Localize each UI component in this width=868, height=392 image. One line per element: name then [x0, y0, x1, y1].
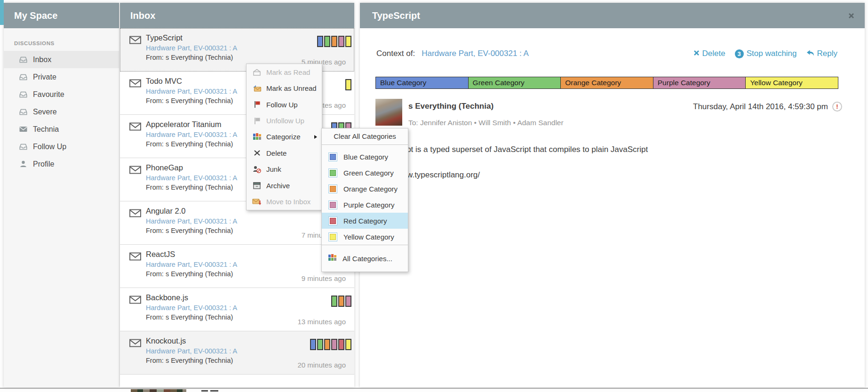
- submenu-item-green-category[interactable]: Green Category: [322, 165, 408, 181]
- tray-icon: [19, 56, 27, 63]
- action-reply[interactable]: Reply: [806, 49, 837, 58]
- action-delete[interactable]: Delete: [693, 49, 725, 58]
- category-banner-green[interactable]: Green Category: [469, 77, 561, 88]
- submenu-item-orange-category[interactable]: Orange Category: [322, 181, 408, 197]
- sidebar-item-label: Follow Up: [33, 143, 66, 151]
- message-context-link[interactable]: Hardware Part, EV-000321 : A: [146, 44, 237, 52]
- menu-item-delete[interactable]: Delete: [247, 145, 322, 161]
- menu-item-junk[interactable]: Junk: [247, 161, 322, 177]
- message-from: From: s Everything (Technia): [146, 270, 233, 278]
- tray-icon: [19, 143, 27, 150]
- message-context-link[interactable]: Hardware Part, EV-000321 : A: [146, 304, 237, 312]
- menu-item-categorize[interactable]: Categorize: [247, 129, 322, 145]
- follow-up-icon: [252, 101, 262, 108]
- category-banner: Blue CategoryGreen CategoryOrange Catego…: [375, 77, 838, 89]
- reply-icon: [806, 49, 814, 58]
- envelope-filled-icon: [19, 126, 27, 132]
- clear-all-categories-item[interactable]: Clear All Categories: [322, 128, 408, 144]
- menu-item-follow-up[interactable]: Follow Up: [247, 96, 322, 112]
- message-date-text: Thursday, April 14th 2016, 4:59:30 pm: [693, 102, 828, 112]
- sidebar-item-inbox[interactable]: Inbox: [4, 51, 119, 68]
- category-banner-orange[interactable]: Orange Category: [561, 77, 653, 88]
- msg-envelope-icon: [129, 36, 141, 46]
- message-context-link[interactable]: Hardware Part, EV-000321 : A: [146, 88, 237, 95]
- sidebar-item-follow-up[interactable]: Follow Up: [4, 138, 119, 155]
- sidebar-item-label: Favourite: [33, 90, 64, 99]
- background-page-fragment: [0, 0, 4, 25]
- category-chips: [331, 296, 351, 307]
- category-swatch-fill: [330, 218, 336, 224]
- sidebar-title: My Space: [4, 3, 119, 28]
- category-banner-blue[interactable]: Blue Category: [376, 77, 469, 88]
- category-chips: [310, 339, 351, 350]
- sidebar-item-technia[interactable]: Technia: [4, 120, 119, 138]
- message-timestamp: 20 minutes ago: [297, 361, 346, 369]
- message-row-knockout-js[interactable]: Knockout.jsHardware Part, EV-000321 : AF…: [120, 331, 354, 375]
- inbox-panel-title: Inbox: [120, 3, 354, 28]
- submenu-item-red-category[interactable]: Red Category: [322, 213, 408, 229]
- message-from: From: s Everything (Technia): [146, 357, 233, 364]
- submenu-item-yellow-category[interactable]: Yellow Category: [322, 229, 408, 245]
- message-context-link[interactable]: Hardware Part, EV-000321 : A: [146, 131, 237, 138]
- message-context-link[interactable]: Hardware Part, EV-000321 : A: [146, 217, 237, 225]
- submenu-item-label: Red Category: [343, 217, 387, 225]
- message-title: Knockout.js: [146, 336, 186, 345]
- menu-item-label: Unfollow Up: [266, 117, 304, 125]
- menu-item-mark-as-unread[interactable]: Mark as Unread: [247, 80, 322, 96]
- message-row-reactjs[interactable]: ReactJSHardware Part, EV-000321 : AFrom:…: [120, 245, 354, 288]
- category-swatch-red: [328, 216, 337, 225]
- category-swatch-blue: [328, 152, 337, 161]
- message-title: TypeScript: [146, 33, 183, 42]
- category-banner-label: Green Category: [469, 79, 525, 87]
- category-chip-yellow: [345, 79, 351, 90]
- message-title: ReactJS: [146, 250, 175, 259]
- detail-actions: Delete3Stop watchingReply: [693, 49, 837, 58]
- close-icon[interactable]: [848, 3, 854, 28]
- category-swatch-fill: [330, 202, 336, 208]
- sidebar-item-label: Inbox: [33, 56, 51, 64]
- context-object-link[interactable]: Hardware Part, EV-000321 : A: [422, 49, 529, 58]
- category-chip-blue: [310, 339, 316, 350]
- category-chip-green: [317, 339, 323, 350]
- message-timestamp: 13 minutes ago: [297, 318, 346, 326]
- message-row-backbone-js[interactable]: Backbone.jsHardware Part, EV-000321 : AF…: [120, 288, 354, 331]
- count-badge: 3: [735, 49, 744, 58]
- menu-item-label: Mark as Unread: [266, 84, 317, 92]
- category-banner-yellow[interactable]: Yellow Category: [746, 77, 838, 88]
- message-context-link[interactable]: Hardware Part, EV-000321 : A: [146, 347, 237, 355]
- submenu-arrow-icon: [314, 135, 317, 139]
- sidebar-item-favourite[interactable]: Favourite: [4, 86, 119, 103]
- page: My Space DISCUSSIONS InboxPrivateFavouri…: [0, 0, 868, 392]
- submenu-item-purple-category[interactable]: Purple Category: [322, 197, 408, 213]
- menu-item-label: Archive: [266, 182, 290, 190]
- sidebar-item-label: Severe: [33, 108, 57, 116]
- category-swatch-green: [328, 168, 337, 177]
- sidebar-item-private[interactable]: Private: [4, 68, 119, 86]
- category-banner-label: Yellow Category: [746, 79, 802, 87]
- importance-icon: !: [832, 102, 842, 112]
- category-banner-label: Blue Category: [376, 79, 426, 87]
- message-title: Todo MVC: [146, 77, 182, 86]
- sidebar-item-profile[interactable]: Profile: [4, 155, 119, 173]
- submenu-item-label: Blue Category: [343, 153, 388, 161]
- action-label: Stop watching: [747, 49, 797, 58]
- menu-item-archive[interactable]: Archive: [247, 177, 322, 193]
- all-categories-item[interactable]: All Categories...: [322, 245, 408, 272]
- action-stop-watching[interactable]: 3Stop watching: [735, 49, 797, 58]
- categorize-icon: [252, 133, 262, 140]
- category-chips: [345, 79, 351, 90]
- message-context-link[interactable]: Hardware Part, EV-000321 : A: [146, 261, 237, 268]
- partial-text-fragment: [210, 390, 218, 392]
- category-banner-purple[interactable]: Purple Category: [653, 77, 746, 88]
- sidebar-item-severe[interactable]: Severe: [4, 103, 119, 120]
- all-categories-icon: [328, 254, 336, 263]
- menu-item-move-to-inbox: Move to Inbox: [247, 194, 322, 210]
- msg-envelope-icon: [129, 79, 141, 89]
- message-context-link[interactable]: Hardware Part, EV-000321 : A: [146, 174, 237, 182]
- submenu-color-items: Blue CategoryGreen CategoryOrange Catego…: [322, 145, 408, 245]
- archive-icon: [252, 182, 262, 189]
- msg-envelope-icon: [129, 252, 141, 263]
- unfollow-up-icon: [252, 117, 262, 125]
- category-swatch-orange: [328, 184, 337, 193]
- submenu-item-blue-category[interactable]: Blue Category: [322, 149, 408, 165]
